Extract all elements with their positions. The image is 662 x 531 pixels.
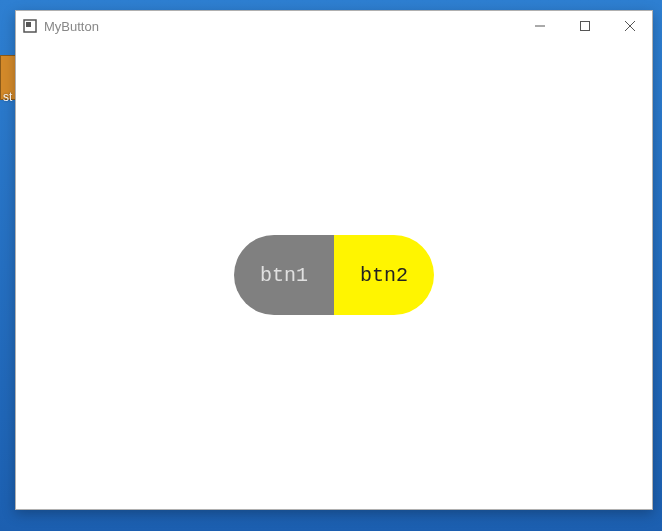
minimize-button[interactable]: [517, 11, 562, 41]
btn1-button[interactable]: btn1: [234, 235, 334, 315]
window-controls: [517, 11, 652, 41]
svg-rect-1: [26, 22, 31, 27]
svg-rect-3: [580, 22, 589, 31]
window-title: MyButton: [44, 19, 99, 34]
maximize-button[interactable]: [562, 11, 607, 41]
btn2-button[interactable]: btn2: [334, 235, 434, 315]
app-window: MyButton btn1 btn2: [15, 10, 653, 510]
titlebar[interactable]: MyButton: [16, 11, 652, 41]
title-left: MyButton: [16, 18, 99, 34]
desktop-icon-label-fragment: st: [3, 90, 12, 104]
client-area: btn1 btn2: [16, 41, 652, 509]
app-icon: [22, 18, 38, 34]
button-group: btn1 btn2: [234, 235, 434, 315]
close-button[interactable]: [607, 11, 652, 41]
